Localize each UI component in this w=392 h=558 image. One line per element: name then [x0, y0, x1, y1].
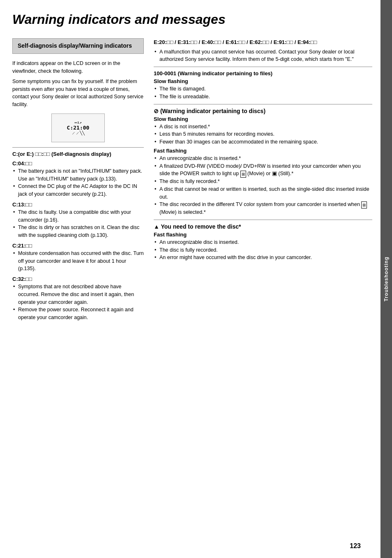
c32-list: Symptoms that are not described above ha…	[12, 283, 144, 322]
c-or-e-section: C:(or E:) □□:□□ (Self-diagnosis display)	[12, 151, 144, 157]
list-item: A finalized DVD-RW (VIDEO mode)/ DVD+RW …	[154, 162, 372, 178]
list-item: Connect the DC plug of the AC Adaptor to…	[12, 183, 144, 198]
c04-list: The battery pack is not an "InfoLITHIUM"…	[12, 167, 144, 198]
code-c04: C:04:□□ The battery pack is not an "Info…	[12, 160, 144, 198]
list-item: The disc is dirty or has scratches on it…	[12, 224, 144, 239]
camera-icon: ▣	[272, 171, 277, 176]
list-item: The disc is fully recorded.	[154, 246, 372, 254]
list-item: Symptoms that are not described above ha…	[12, 283, 144, 306]
movie-icon: ⊞	[240, 171, 246, 178]
list-item: An error might have occurred with the di…	[154, 254, 372, 262]
list-item: A disc that cannot be read or written is…	[154, 185, 372, 201]
lcd-code: C:21:00	[67, 125, 90, 131]
code-c32: C:32:□□ Symptoms that are not described …	[12, 276, 144, 322]
e-codes-list: A malfunction that you cannot service ha…	[154, 48, 372, 64]
list-item: The battery pack is not an "InfoLITHIUM"…	[12, 167, 144, 183]
c13-code: C:13:□□	[12, 201, 144, 208]
list-item: An unrecognizable disc is inserted.	[154, 238, 372, 246]
remove-disc-fast-list: An unrecognizable disc is inserted. The …	[154, 238, 372, 262]
movie-icon-2: ⊞	[361, 201, 367, 208]
discs-fast-list: An unrecognizable disc is inserted.* A f…	[154, 155, 372, 216]
page-number: 123	[350, 542, 361, 550]
list-item: A malfunction that you cannot service ha…	[154, 48, 372, 64]
c04-code: C:04:□□	[12, 160, 144, 167]
left-column: Self-diagnosis display/Warning indicator…	[12, 38, 144, 324]
divider-1	[12, 147, 144, 148]
list-item: Moisture condensation has occurred with …	[12, 250, 144, 273]
page-title: Warning indicators and messages	[12, 12, 372, 27]
divider-4	[154, 220, 372, 220]
list-item: The file is damaged.	[154, 85, 372, 93]
main-content: Warning indicators and messages Self-dia…	[0, 0, 380, 558]
lcd-bottom: ⟋⟋╲╲	[67, 131, 90, 135]
list-item: The file is unreadable.	[154, 93, 372, 101]
c32-code: C:32:□□	[12, 276, 144, 282]
c13-list: The disc is faulty. Use a compatible dis…	[12, 208, 144, 239]
discs-section: ⊘ (Warning indicator pertaining to discs…	[154, 108, 372, 216]
list-item: Remove the power source. Reconnect it ag…	[12, 306, 144, 322]
remove-disc-section: ▲ You need to remove the disc* Fast flas…	[154, 223, 372, 262]
discs-fast-flashing-header: Fast flashing	[154, 148, 372, 154]
discs-header: ⊘ (Warning indicator pertaining to discs…	[154, 108, 372, 114]
lcd-arrows: ↔↕↗	[67, 120, 90, 125]
c-or-e-header: C:(or E:) □□:□□ (Self-diagnosis display)	[12, 151, 144, 157]
list-item: A disc is not inserted.*	[154, 123, 372, 131]
list-item: The disc is faulty. Use a compatible dis…	[12, 208, 144, 224]
list-item: An unrecognizable disc is inserted.*	[154, 155, 372, 162]
code-c13: C:13:□□ The disc is faulty. Use a compat…	[12, 201, 144, 239]
right-column: E:20:□□ / E:31:□□ / E:40:□□ / E:61:□□ / …	[154, 38, 372, 324]
files-slow-flashing-header: Slow flashing	[154, 78, 372, 84]
c21-list: Moisture condensation has occurred with …	[12, 250, 144, 273]
c21-code: C:21:□□	[12, 243, 144, 249]
side-tab: Troubleshooting	[380, 0, 392, 558]
section-box: Self-diagnosis display/Warning indicator…	[12, 38, 144, 54]
lcd-diagram: ↔↕↗ C:21:00 ⟋⟋╲╲	[51, 113, 105, 142]
list-item: The disc is fully recorded.*	[154, 178, 372, 185]
intro-text-1: If indicators appear on the LCD screen o…	[12, 60, 144, 75]
divider-2	[154, 67, 372, 67]
discs-header-text: (Warning indicator pertaining to discs)	[160, 108, 265, 114]
code-c21: C:21:□□ Moisture condensation has occurr…	[12, 243, 144, 273]
list-item: The disc recorded in the different TV co…	[154, 201, 372, 216]
e-codes-header: E:20:□□ / E:31:□□ / E:40:□□ / E:61:□□ / …	[154, 38, 372, 46]
intro-text-2: Some symptoms you can fix by yourself. I…	[12, 78, 144, 109]
discs-slow-flashing-header: Slow flashing	[154, 116, 372, 122]
remove-disc-header: ▲ You need to remove the disc*	[154, 223, 372, 230]
files-section: 100-0001 (Warning indicator pertaining t…	[154, 70, 372, 101]
list-item: Less than 5 minutes remains for recordin…	[154, 130, 372, 138]
discs-slow-list: A disc is not inserted.* Less than 5 min…	[154, 123, 372, 146]
disc-icon: ⊘	[154, 108, 159, 114]
files-header: 100-0001 (Warning indicator pertaining t…	[154, 70, 372, 76]
section-box-title: Self-diagnosis display/Warning indicator…	[18, 42, 138, 49]
files-slow-list: The file is damaged. The file is unreada…	[154, 85, 372, 101]
remove-disc-fast-header: Fast flashing	[154, 232, 372, 238]
list-item: Fewer than 30 images can be accommodated…	[154, 138, 372, 146]
divider-3	[154, 104, 372, 104]
